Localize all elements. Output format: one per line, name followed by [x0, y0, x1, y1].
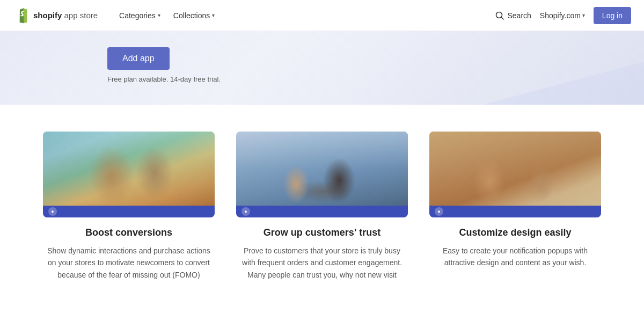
main-content: ● Boost conversions Show dynamic interac… — [0, 105, 644, 302]
card-bottom-icon-1: ● — [48, 207, 57, 216]
business-meeting-image — [236, 132, 408, 207]
nav-right: Search Shopify.com ▾ Log in — [495, 7, 631, 24]
categories-chevron-icon: ▾ — [158, 12, 160, 18]
add-app-button[interactable]: Add app — [107, 47, 170, 70]
feature-card-customize-design: ● Customize design easily Easy to create… — [429, 132, 601, 281]
navbar: shopify app store Categories ▾ Collectio… — [0, 0, 644, 31]
free-plan-text: Free plan available. 14-day free trial. — [107, 75, 221, 83]
shopify-logo-icon — [13, 7, 30, 24]
categories-label: Categories — [119, 11, 156, 20]
logo-link[interactable]: shopify app store — [13, 7, 98, 24]
two-women-image — [429, 132, 601, 207]
hero-banner: Add app Free plan available. 14-day free… — [0, 31, 644, 105]
collections-nav-button[interactable]: Collections ▾ — [168, 8, 220, 23]
feature-card-boost-conversions: ● Boost conversions Show dynamic interac… — [43, 132, 215, 281]
card-bottom-bar-1: ● — [43, 206, 215, 217]
card-title-2: Grow up customers' trust — [264, 227, 380, 238]
shopify-com-label: Shopify.com — [540, 11, 581, 20]
shopify-com-link[interactable]: Shopify.com ▾ — [540, 11, 585, 20]
collections-label: Collections — [173, 11, 210, 20]
categories-nav-button[interactable]: Categories ▾ — [114, 8, 166, 23]
card-bottom-bar-2: ● — [236, 206, 408, 217]
search-button[interactable]: Search — [495, 11, 531, 20]
card-bottom-bar-3: ● — [429, 206, 601, 217]
elderly-couple-image — [43, 132, 215, 207]
card-title-1: Boost conversions — [85, 227, 172, 238]
card-image-wrapper-2: ● — [236, 132, 408, 217]
card-image-wrapper-1: ● — [43, 132, 215, 217]
cards-grid: ● Boost conversions Show dynamic interac… — [43, 132, 601, 281]
search-label: Search — [507, 11, 531, 20]
collections-chevron-icon: ▾ — [212, 12, 215, 18]
card-image-wrapper-3: ● — [429, 132, 601, 217]
login-button[interactable]: Log in — [594, 7, 631, 24]
nav-links: Categories ▾ Collections ▾ — [114, 8, 220, 23]
feature-card-grow-trust: ● Grow up customers' trust Prove to cust… — [236, 132, 408, 281]
card-desc-2: Prove to customers that your store is tr… — [236, 245, 408, 281]
svg-line-1 — [501, 17, 503, 19]
card-bottom-icon-3: ● — [435, 207, 443, 216]
card-desc-1: Show dynamic interactions and purchase a… — [43, 245, 215, 281]
logo-text: shopify app store — [33, 11, 98, 20]
card-bottom-icon-2: ● — [241, 207, 250, 216]
card-desc-3: Easy to create your notification popups … — [429, 245, 601, 269]
shopify-com-chevron-icon: ▾ — [582, 12, 585, 18]
card-title-3: Customize design easily — [459, 227, 571, 238]
search-icon — [495, 11, 504, 20]
